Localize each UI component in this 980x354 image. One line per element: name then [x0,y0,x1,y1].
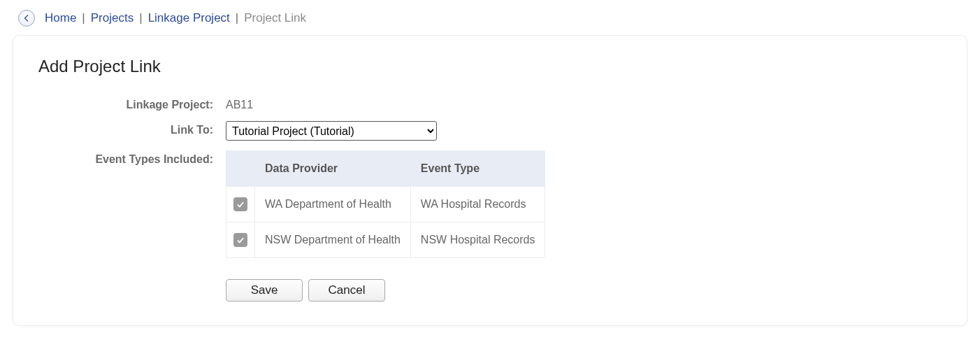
label-linkage-project: Linkage Project: [38,96,213,111]
breadcrumb: Home | Projects | Linkage Project | Proj… [13,7,967,34]
table-header-event-type: Event Type [410,151,545,187]
breadcrumb-link-linkage-project[interactable]: Linkage Project [148,11,230,25]
cell-event-type: NSW Hospital Records [410,222,545,258]
breadcrumb-separator: | [82,11,85,25]
page-title: Add Project Link [38,57,942,76]
value-linkage-project: AB11 [226,96,942,111]
label-event-types: Event Types Included: [38,150,213,166]
cell-data-provider: NSW Department of Health [255,222,411,258]
table-row: WA Department of Health WA Hospital Reco… [226,187,545,222]
back-arrow-icon[interactable] [18,10,35,27]
row-checkbox[interactable] [233,233,247,247]
save-button[interactable]: Save [226,279,303,302]
breadcrumb-link-projects[interactable]: Projects [91,11,134,25]
event-types-table: Data Provider Event Type WA Department o… [226,150,545,258]
breadcrumb-separator: | [139,11,142,25]
label-link-to: Link To: [38,121,213,136]
cell-event-type: WA Hospital Records [410,187,545,222]
row-checkbox[interactable] [233,197,247,211]
breadcrumb-current: Project Link [244,11,306,25]
breadcrumb-link-home[interactable]: Home [45,11,76,25]
table-header-data-provider: Data Provider [255,151,411,187]
cell-data-provider: WA Department of Health [255,187,411,222]
main-panel: Add Project Link Linkage Project: AB11 L… [13,35,967,326]
breadcrumb-separator: | [236,11,238,25]
table-header-checkbox [226,151,255,187]
link-to-select[interactable]: Tutorial Project (Tutorial) [226,121,437,141]
table-row: NSW Department of Health NSW Hospital Re… [226,222,545,258]
cancel-button[interactable]: Cancel [308,279,385,302]
